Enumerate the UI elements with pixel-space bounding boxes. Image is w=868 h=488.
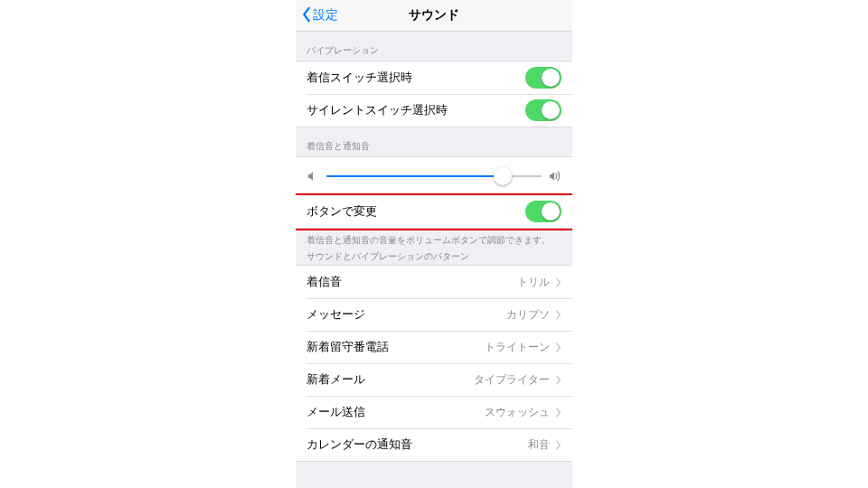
row-silent-switch[interactable]: サイレントスイッチ選択時 — [296, 94, 572, 127]
row-value: 和音 — [528, 437, 550, 453]
chevron-right-icon — [555, 408, 561, 418]
row-label: カレンダーの通知音 — [307, 436, 528, 453]
section-header-patterns: サウンドとバイブレーションのパターン — [296, 249, 572, 265]
speaker-high-icon — [549, 170, 561, 183]
toggle-silent-switch[interactable] — [525, 99, 561, 121]
row-label: 着信音 — [307, 274, 517, 290]
speaker-low-icon — [307, 170, 319, 183]
row-ring-switch[interactable]: 着信スイッチ選択時 — [296, 61, 572, 94]
row-label: サイレントスイッチ選択時 — [307, 102, 525, 118]
row-value: カリプソ — [506, 307, 550, 323]
row-pattern[interactable]: メール送信スウォッシュ — [296, 396, 572, 428]
volume-slider[interactable] — [326, 167, 542, 185]
row-pattern[interactable]: メッセージカリプソ — [296, 298, 572, 331]
nav-bar: 設定 サウンド — [296, 0, 572, 32]
row-value: タイプライター — [474, 372, 550, 388]
row-label: 新着留守番電話 — [307, 339, 485, 355]
row-label: 新着メール — [307, 371, 474, 388]
row-volume-slider — [296, 156, 572, 195]
toggle-ring-switch[interactable] — [525, 67, 561, 89]
row-value: スウォッシュ — [485, 405, 550, 420]
row-pattern[interactable]: 着信音トリル — [296, 265, 572, 298]
row-change-with-buttons[interactable]: ボタンで変更 — [296, 195, 572, 229]
patterns-list: 着信音トリルメッセージカリプソ新着留守番電話トライトーン新着メールタイプライター… — [296, 265, 572, 462]
back-button[interactable]: 設定 — [301, 0, 338, 31]
chevron-right-icon — [555, 375, 561, 385]
toggle-change-with-buttons[interactable] — [525, 201, 561, 222]
chevron-left-icon — [301, 6, 313, 25]
row-pattern[interactable]: カレンダーの通知音和音 — [296, 428, 572, 462]
section-header-vibration: バイブレーション — [296, 32, 572, 61]
back-label: 設定 — [313, 7, 338, 23]
row-pattern[interactable]: 新着留守番電話トライトーン — [296, 331, 572, 363]
row-label: ボタンで変更 — [307, 203, 525, 220]
chevron-right-icon — [555, 343, 561, 352]
settings-sound-screen: 設定 サウンド バイブレーション 着信スイッチ選択時 サイレントスイッチ選択時 … — [296, 0, 572, 488]
row-label: 着信スイッチ選択時 — [307, 70, 525, 86]
section-footer-ringer: 着信音と通知音の音量をボリュームボタンで調節できます。 — [296, 229, 572, 249]
chevron-right-icon — [555, 277, 561, 287]
row-pattern[interactable]: 新着メールタイプライター — [296, 363, 572, 396]
chevron-right-icon — [555, 440, 561, 450]
row-label: メッセージ — [307, 306, 506, 323]
row-value: トリル — [517, 275, 550, 290]
chevron-right-icon — [555, 310, 561, 320]
row-label: メール送信 — [307, 404, 485, 420]
section-header-ringer: 着信音と通知音 — [296, 127, 572, 156]
row-value: トライトーン — [485, 340, 550, 355]
